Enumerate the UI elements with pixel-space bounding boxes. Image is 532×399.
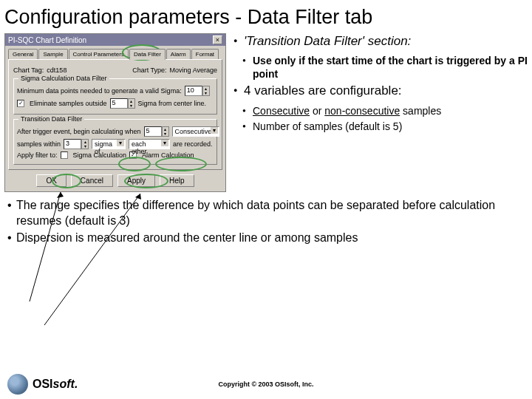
chart-type-label: Chart Type: — [132, 66, 166, 74]
lower-bullet-list: The range specifies the difference by wh… — [0, 192, 532, 251]
eliminate-input[interactable]: 5 — [110, 98, 128, 109]
tab-data-filter[interactable]: Data Filter — [129, 49, 166, 60]
trigger-stepper[interactable]: 5 ▴▾ — [144, 126, 169, 137]
close-icon[interactable]: × — [213, 35, 222, 44]
bullet-item: 4 variables are configurable: — [233, 83, 528, 99]
eliminate-stepper[interactable]: 5 ▴▾ — [110, 98, 135, 109]
chart-tag-label: Chart Tag: — [13, 66, 44, 74]
help-button[interactable]: Help — [160, 174, 194, 187]
transition-filter-group: After trigger event, begin calculating w… — [13, 119, 217, 165]
osisoft-logo: OSIsoft. — [7, 374, 78, 395]
within-stepper[interactable]: 3 ▴▾ — [64, 139, 89, 149]
alarm-calc-label: Alarm Calculation — [142, 151, 194, 159]
copyright-text: Copyright © 2003 OSIsoft, Inc. — [218, 381, 313, 388]
trigger-label: After trigger event, begin calculating w… — [17, 128, 141, 135]
tab-control-parameters[interactable]: Control Parameters — [69, 49, 129, 59]
tab-general[interactable]: General — [8, 49, 38, 59]
within-suffix: are recorded. — [173, 140, 213, 148]
bullet-list: 'Transition Data Filter' section: Use on… — [233, 33, 528, 192]
apply-button[interactable]: Apply — [117, 174, 155, 187]
ok-button[interactable]: OK — [36, 174, 66, 187]
cancel-button[interactable]: Cancel — [71, 174, 113, 187]
lower-bullet-item: Dispersion is measured around the center… — [6, 231, 526, 246]
slide-footer: OSIsoft. Copyright © 2003 OSIsoft, Inc. — [0, 374, 532, 395]
sigma-filter-group: Minimum data points needed to generate a… — [13, 78, 217, 115]
min-points-stepper[interactable]: 10 ▴▾ — [185, 86, 210, 96]
sigma-calc-checkbox[interactable] — [61, 151, 68, 159]
min-points-input[interactable]: 10 — [185, 86, 202, 96]
tab-alarm[interactable]: Alarm — [166, 49, 191, 59]
within-label: samples within — [17, 140, 61, 148]
bullet-subitem: Use only if the start time of the chart … — [233, 54, 528, 81]
eliminate-suffix: Sigma from center line. — [138, 100, 207, 107]
consecutive-dropdown[interactable]: Consecutive — [172, 126, 219, 137]
eliminate-label: Eliminate samples outside — [30, 100, 107, 107]
chart-tag-value: cdt158 — [47, 66, 66, 74]
chart-type-value: Moving Average — [170, 66, 217, 74]
tab-panel: Chart Tag: cdt158 Chart Type: Moving Ave… — [8, 59, 222, 170]
sigma-of-dropdown[interactable]: sigma of — [92, 139, 126, 149]
apply-filter-label: Apply filter to: — [17, 151, 58, 159]
tab-sample[interactable]: Sample — [38, 49, 67, 59]
within-input[interactable]: 3 — [64, 139, 81, 149]
eliminate-checkbox[interactable]: ✓ — [17, 100, 24, 107]
each-other-dropdown[interactable]: each other — [129, 139, 170, 149]
chart-definition-dialog: PI-SQC Chart Definition × General Sample… — [4, 33, 226, 192]
bullet-item: 'Transition Data Filter' section: — [233, 33, 528, 50]
trigger-input[interactable]: 5 — [144, 126, 162, 137]
dialog-titlebar: PI-SQC Chart Definition × — [5, 34, 225, 46]
dialog-buttons: OK Cancel Apply Help — [5, 170, 225, 191]
bullet-subitem: Number of samples (default is 5) — [233, 120, 528, 133]
lower-bullet-item: The range specifies the difference by wh… — [6, 198, 526, 229]
dialog-title-text: PI-SQC Chart Definition — [8, 36, 86, 44]
min-points-label: Minimum data points needed to generate a… — [17, 87, 182, 95]
slide-title: Configuration parameters - Data Filter t… — [0, 0, 532, 33]
tab-format[interactable]: Format — [191, 49, 219, 59]
bullet-subitem: Consecutive or non-consecutive samples — [233, 104, 528, 117]
logo-swirl-icon — [7, 374, 28, 395]
tab-strip: General Sample Control Parameters Data F… — [5, 46, 225, 59]
